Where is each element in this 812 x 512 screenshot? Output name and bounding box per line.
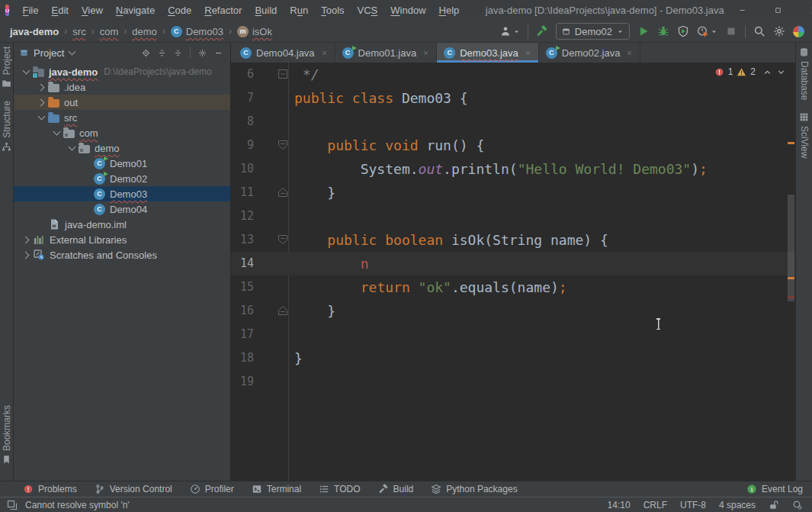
- tree-row-demo[interactable]: demo: [14, 140, 230, 156]
- tab-close-icon[interactable]: [525, 50, 531, 56]
- stripe-item-bookmarks[interactable]: Bookmarks: [2, 405, 12, 465]
- code-line-15[interactable]: 15 return "ok".equals(name);: [231, 275, 795, 299]
- collapse-all-button[interactable]: [174, 49, 182, 57]
- tab-demo03-java[interactable]: CDemo03.java: [437, 43, 539, 63]
- scrollbar-error-mark[interactable]: [788, 142, 794, 144]
- tree-down-chevron-icon[interactable]: [38, 113, 46, 121]
- code-line-7[interactable]: 7public class Demo03 {: [231, 86, 795, 110]
- profile-button[interactable]: [697, 25, 717, 37]
- code-line-9[interactable]: 9 public void run() {: [231, 134, 795, 157]
- run-button[interactable]: [637, 25, 650, 37]
- event-log-button[interactable]: 1 Event Log: [746, 484, 803, 494]
- code-line-12[interactable]: 12: [231, 204, 795, 228]
- tab-list-more-icon[interactable]: [782, 43, 795, 55]
- settings-button[interactable]: [773, 25, 785, 37]
- tree-row-demo03[interactable]: CDemo03: [14, 186, 230, 201]
- tree-row-external libraries[interactable]: External Libraries: [14, 232, 230, 247]
- toolwindow-button-build[interactable]: Build: [378, 484, 414, 494]
- tree-down-chevron-icon[interactable]: [23, 67, 30, 75]
- code-line-6[interactable]: 6 */: [231, 63, 795, 86]
- breadcrumb-item-src[interactable]: src: [72, 26, 85, 37]
- toolwindow-button-version-control[interactable]: Version Control: [95, 484, 172, 494]
- stripe-item-sciview[interactable]: SciView: [799, 112, 810, 158]
- breadcrumb-item-com[interactable]: com: [100, 26, 119, 37]
- fold-marker-icon[interactable]: [278, 233, 288, 246]
- scrollbar-error-mark[interactable]: [788, 296, 794, 298]
- code-line-14[interactable]: 14 n: [231, 252, 795, 275]
- line-number[interactable]: 12: [231, 204, 254, 228]
- run-with-coverage-button[interactable]: [677, 25, 689, 37]
- search-everywhere-button[interactable]: [753, 25, 765, 37]
- scrollbar-thumb[interactable]: [788, 195, 794, 301]
- code-line-13[interactable]: 13 public boolean isOk(String name) {: [231, 228, 795, 252]
- menu-view[interactable]: View: [75, 0, 109, 21]
- status-widget-0[interactable]: 14:10: [608, 500, 631, 510]
- code-text[interactable]: System.out.println("Hello World! Demo03"…: [294, 157, 795, 181]
- lock-open-icon-button[interactable]: [769, 500, 779, 510]
- toolwindow-button-profiler[interactable]: Profiler: [190, 484, 234, 494]
- line-number[interactable]: 8: [231, 110, 254, 134]
- line-number[interactable]: 6: [231, 63, 254, 86]
- code-text[interactable]: return "ok".equals(name);: [294, 275, 795, 299]
- tab-demo01-java[interactable]: CDemo01.java: [335, 43, 438, 63]
- code-text[interactable]: public boolean isOk(String name) {: [294, 228, 795, 252]
- stop-button[interactable]: [725, 25, 737, 37]
- tab-demo04-java[interactable]: CDemo04.java: [233, 43, 335, 63]
- panel-settings-button[interactable]: [198, 49, 207, 57]
- tree-row-com[interactable]: com: [14, 125, 230, 140]
- tab-close-icon[interactable]: [422, 50, 429, 56]
- status-widget-2[interactable]: UTF-8: [680, 500, 706, 510]
- code-text[interactable]: [294, 110, 795, 134]
- code-text[interactable]: }: [294, 299, 795, 323]
- toolwindow-button-todo[interactable]: TODO: [319, 484, 360, 494]
- code-editor[interactable]: 6 */7public class Demo03 {89 public void…: [231, 63, 795, 481]
- line-number[interactable]: 7: [231, 86, 254, 110]
- tree-row-src[interactable]: src: [14, 110, 230, 125]
- locate-file-button[interactable]: [142, 49, 150, 57]
- line-number[interactable]: 16: [231, 299, 254, 323]
- run-configuration-select[interactable]: Demo02: [556, 23, 630, 40]
- menu-code[interactable]: Code: [162, 0, 198, 21]
- code-line-18[interactable]: 18}: [231, 346, 795, 370]
- tree-right-chevron-icon[interactable]: [37, 98, 45, 106]
- warning-count-icon[interactable]: [737, 67, 746, 77]
- code-line-10[interactable]: 10 System.out.println("Hello World! Demo…: [231, 157, 795, 181]
- toolwindow-button-terminal[interactable]: Terminal: [252, 484, 301, 494]
- tree-row-scratches and consoles[interactable]: Scratches and Consoles: [14, 247, 230, 262]
- stripe-item-database[interactable]: Database: [799, 47, 810, 100]
- tree-row-demo01[interactable]: CDemo01: [14, 156, 230, 171]
- line-number[interactable]: 15: [231, 275, 254, 299]
- expand-all-button[interactable]: [158, 49, 166, 57]
- status-widget-3[interactable]: 4 spaces: [719, 500, 756, 510]
- tree-down-chevron-icon[interactable]: [69, 143, 76, 151]
- menu-tools[interactable]: Tools: [315, 0, 351, 21]
- collaboration-button[interactable]: [499, 25, 520, 37]
- breadcrumb-item-isok[interactable]: misOk: [237, 26, 272, 37]
- menu-window[interactable]: Window: [384, 0, 432, 21]
- toolwindow-button-problems[interactable]: Problems: [23, 484, 77, 494]
- breadcrumb-item-demo03[interactable]: CDemo03: [171, 26, 223, 37]
- tab-close-icon[interactable]: [321, 50, 328, 56]
- next-problem-icon[interactable]: [776, 67, 786, 77]
- error-count-icon[interactable]: [714, 67, 724, 77]
- code-line-16[interactable]: 16 }: [231, 299, 795, 323]
- tab-close-icon[interactable]: [626, 50, 633, 56]
- line-number[interactable]: 9: [231, 134, 254, 157]
- code-line-17[interactable]: 17: [231, 323, 795, 346]
- code-text[interactable]: n: [294, 252, 795, 275]
- build-project-button[interactable]: [536, 25, 548, 37]
- previous-problem-icon[interactable]: [762, 67, 772, 77]
- status-widget-1[interactable]: CRLF: [644, 500, 667, 510]
- editor-scrollbar[interactable]: [786, 63, 795, 481]
- menu-help[interactable]: Help: [432, 0, 466, 21]
- menu-edit[interactable]: Edit: [45, 0, 75, 21]
- debug-button[interactable]: [657, 25, 669, 37]
- code-line-8[interactable]: 8: [231, 110, 795, 134]
- breadcrumb-item-demo[interactable]: demo: [132, 26, 157, 37]
- tree-row-.idea[interactable]: .idea: [14, 79, 230, 95]
- toolwindow-button-python-packages[interactable]: Python Packages: [431, 484, 517, 494]
- chevron-down-icon[interactable]: [69, 47, 76, 55]
- line-number[interactable]: 14: [231, 252, 254, 275]
- code-line-19[interactable]: 19: [231, 370, 795, 394]
- line-number[interactable]: 10: [231, 157, 254, 181]
